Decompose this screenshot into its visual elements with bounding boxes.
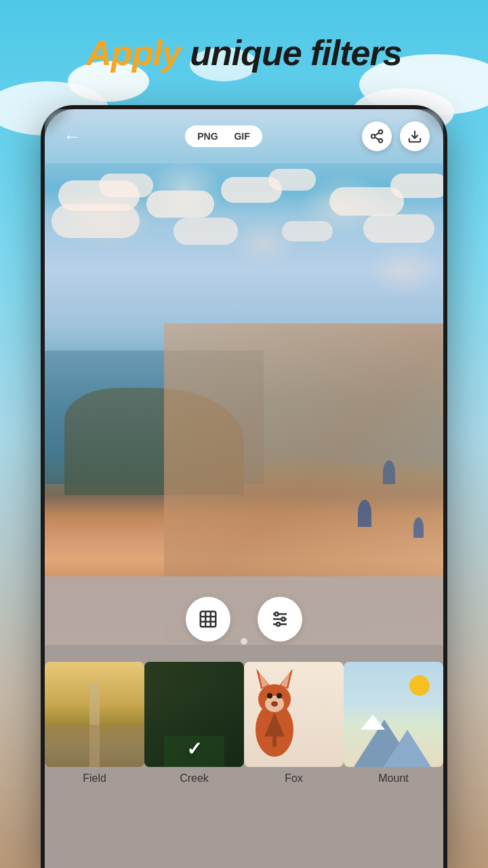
adjust-icon	[270, 609, 290, 629]
top-bar: ← PNG GIF	[45, 109, 443, 163]
download-icon	[407, 129, 422, 144]
svg-point-0	[379, 130, 383, 134]
filter-label-fox: Fox	[285, 772, 303, 790]
filter-item-creek[interactable]: ✓ Creek	[144, 662, 244, 790]
svg-point-15	[282, 618, 285, 621]
gif-button[interactable]: GIF	[230, 130, 253, 143]
filter-item-field[interactable]: Field	[45, 662, 144, 790]
filter-thumb-fox	[244, 662, 344, 767]
snow-decoration	[361, 715, 385, 730]
share-icon	[369, 129, 384, 144]
filter-carousel: Field ✓ Creek	[45, 655, 443, 797]
svg-point-26	[271, 701, 278, 707]
filter-label-creek: Creek	[180, 772, 209, 790]
texture-tool-button[interactable]	[186, 597, 230, 642]
png-button[interactable]: PNG	[193, 130, 222, 143]
svg-point-1	[371, 134, 375, 138]
filter-thumb-creek: ✓	[144, 662, 244, 767]
fox-illustration	[244, 662, 305, 764]
svg-rect-6	[201, 612, 216, 627]
center-indicator	[241, 638, 247, 645]
bottom-controls: Field ✓ Creek	[45, 576, 443, 868]
format-selector: PNG GIF	[185, 125, 262, 147]
filter-item-mount[interactable]: Mount	[344, 662, 443, 790]
svg-point-16	[277, 623, 280, 626]
svg-line-3	[375, 137, 379, 140]
page-title: Apply unique filters	[0, 33, 488, 73]
sun-decoration	[409, 675, 430, 696]
title-rest: unique filters	[181, 33, 402, 73]
mountain2-decoration	[384, 730, 431, 767]
filter-item-fox[interactable]: Fox	[244, 662, 344, 790]
phone-frame: ← PNG GIF	[41, 105, 447, 868]
filter-label-field: Field	[83, 772, 106, 790]
svg-rect-28	[272, 736, 277, 747]
texture-icon	[198, 609, 218, 629]
title-apply: Apply	[86, 33, 180, 73]
selected-checkmark: ✓	[186, 738, 202, 760]
action-buttons	[362, 121, 430, 151]
svg-point-2	[379, 139, 383, 143]
back-button[interactable]: ←	[58, 123, 85, 150]
download-button[interactable]	[400, 121, 430, 151]
filter-thumb-mount	[344, 662, 443, 767]
svg-point-14	[275, 612, 279, 616]
share-button[interactable]	[362, 121, 392, 151]
svg-point-25	[277, 693, 282, 698]
filter-thumb-field	[45, 662, 144, 767]
back-icon: ←	[64, 127, 80, 146]
main-image	[45, 109, 443, 645]
filter-label-mount: Mount	[378, 772, 408, 790]
adjust-tool-button[interactable]	[258, 597, 302, 642]
svg-point-24	[267, 693, 272, 698]
svg-line-4	[375, 133, 379, 136]
